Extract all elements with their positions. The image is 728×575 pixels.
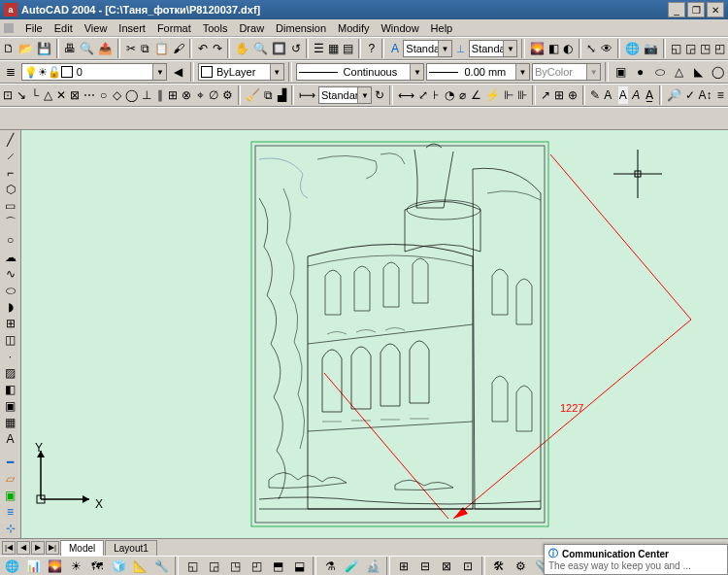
mass-button[interactable]: ▣ [2,488,19,503]
cut-button[interactable]: ✂ [124,39,137,58]
design-center-button[interactable]: ▦ [327,39,340,58]
communication-center-popup[interactable]: ⓘCommunication Center The easy way to ke… [544,544,728,575]
erase-button[interactable]: 🧹 [245,85,261,105]
et-btn-9[interactable]: ◱ [182,557,202,576]
view-button[interactable]: 👁 [600,39,613,58]
save-button[interactable]: 💾 [36,39,52,58]
table-button[interactable]: ▦ [2,415,19,430]
text-style-button[interactable]: A [631,85,642,105]
menu-tools[interactable]: Tools [197,22,234,34]
textstyle-combo-2[interactable]: Standard▼ [469,40,518,57]
et-btn-17[interactable]: 🔬 [363,557,382,576]
et-btn-16[interactable]: 🧪 [342,557,361,576]
osnap-par-button[interactable]: ∥ [154,85,165,105]
dimstyle-icon[interactable]: ⟂ [454,39,467,58]
properties-button[interactable]: ☰ [313,39,325,58]
et-btn-8[interactable]: 🔧 [151,557,171,576]
print-button[interactable]: 🖶 [63,39,77,58]
gradient-button[interactable]: ◧ [2,382,19,397]
zoom-previous-button[interactable]: ↺ [289,39,302,58]
dimstyle-combo[interactable]: Standard▼ [318,86,373,104]
isoview4-button[interactable]: ◰ [713,39,726,58]
redo-button[interactable]: ↷ [211,39,223,58]
dim-continue-button[interactable]: ⊪ [516,85,528,105]
zoom-window-button[interactable]: 🔲 [271,39,287,58]
osnap-nod-button[interactable]: ⊗ [181,85,192,105]
dim-linear-button[interactable]: ⟷ [397,85,415,105]
help-button[interactable]: ? [365,39,378,58]
menu-window[interactable]: Window [375,22,424,34]
text-scale-button[interactable]: A↕ [698,85,713,105]
paste-button[interactable]: 📋 [153,39,170,58]
center-mark-button[interactable]: ⊕ [567,85,579,105]
textstyle-icon[interactable]: A [388,39,401,58]
dim-aligned-button[interactable]: ⤢ [417,85,429,105]
box-solid-button[interactable]: ▣ [612,62,630,82]
render-button[interactable]: 🌄 [529,39,546,58]
layer-prev-button[interactable]: ◀ [169,62,186,82]
et-btn-7[interactable]: 📐 [130,557,149,576]
ucs-button[interactable]: ⤡ [585,39,598,58]
wedge-solid-button[interactable]: ◣ [689,62,707,82]
osnap-cen-button[interactable]: ○ [98,85,109,105]
menu-modify[interactable]: Modify [332,22,375,34]
text-justify-button[interactable]: ≡ [715,85,726,105]
linetype-combo[interactable]: Continuous▼ [296,63,425,81]
tab-next-button[interactable]: ▶ [31,541,45,555]
et-btn-1[interactable]: 🌐 [2,557,21,576]
osnap-nea-button[interactable]: ⌖ [194,85,205,105]
osnap-tan-button[interactable]: ◯ [124,85,139,105]
cone-solid-button[interactable]: △ [670,62,687,82]
dim-edit-button[interactable]: ✎ [589,85,601,105]
spell-button[interactable]: ✓ [684,85,696,105]
tool-palettes-button[interactable]: ▤ [342,39,354,58]
publish-button[interactable]: 📤 [97,39,114,58]
dim-tedit-button[interactable]: A [603,85,613,105]
et-btn-13[interactable]: ⬒ [268,557,287,576]
et-btn-4[interactable]: ☀ [66,557,85,576]
list-button[interactable]: ≡ [2,504,19,520]
drawing-canvas[interactable]: 1227 [21,130,728,538]
dim-baseline-button[interactable]: ⊩ [503,85,514,105]
dim-quick-button[interactable]: ⚡ [484,85,501,105]
et-btn-11[interactable]: ◳ [225,557,245,576]
menu-view[interactable]: View [79,22,114,34]
torus-solid-button[interactable]: ◯ [709,62,726,82]
osnap-per-button[interactable]: ⊥ [141,85,152,105]
osnap-ins-button[interactable]: ⊞ [167,85,179,105]
et-btn-20[interactable]: ⊠ [437,557,456,576]
menu-draw[interactable]: Draw [233,22,270,34]
dview-button[interactable]: 📷 [643,39,659,58]
tab-model[interactable]: Model [60,540,104,556]
shade-button[interactable]: ◐ [562,39,575,58]
doc-control-icon[interactable] [4,23,14,33]
osnap-from-button[interactable]: ↘ [16,85,27,105]
arc-button[interactable]: ⌒ [2,215,19,231]
isoview2-button[interactable]: ◲ [684,39,697,58]
mtext-side-button[interactable]: A [2,431,19,447]
osnap-qua-button[interactable]: ◇ [111,85,121,105]
lineweight-combo[interactable]: 0.00 mm▼ [426,63,529,81]
tab-prev-button[interactable]: ◀ [17,541,30,555]
et-btn-18[interactable]: ⊞ [394,557,414,576]
pline-button[interactable]: ⌐ [2,165,19,181]
et-btn-5[interactable]: 🗺 [87,557,107,576]
osnap-temp-button[interactable]: ⊡ [2,85,14,105]
copy-button[interactable]: ⧉ [139,39,151,58]
et-btn-10[interactable]: ◲ [204,557,223,576]
dim-angular-button[interactable]: ∠ [470,85,482,105]
et-btn-15[interactable]: ⚗ [320,557,340,576]
et-btn-12[interactable]: ◰ [247,557,266,576]
et-btn-19[interactable]: ⊟ [415,557,435,576]
dim-ordinate-button[interactable]: ⊦ [431,85,442,105]
dim-diameter-button[interactable]: ⌀ [457,85,468,105]
et-btn-3[interactable]: 🌄 [45,557,64,576]
menu-insert[interactable]: Insert [113,22,151,34]
tab-layout1[interactable]: Layout1 [105,540,157,556]
et-btn-21[interactable]: ⊡ [458,557,478,576]
et-btn-14[interactable]: ⬓ [289,557,309,576]
osnap-settings-button[interactable]: ⚙ [221,85,234,105]
menu-format[interactable]: Format [151,22,197,34]
menu-help[interactable]: Help [425,22,459,34]
spline-button[interactable]: ∿ [2,266,19,282]
